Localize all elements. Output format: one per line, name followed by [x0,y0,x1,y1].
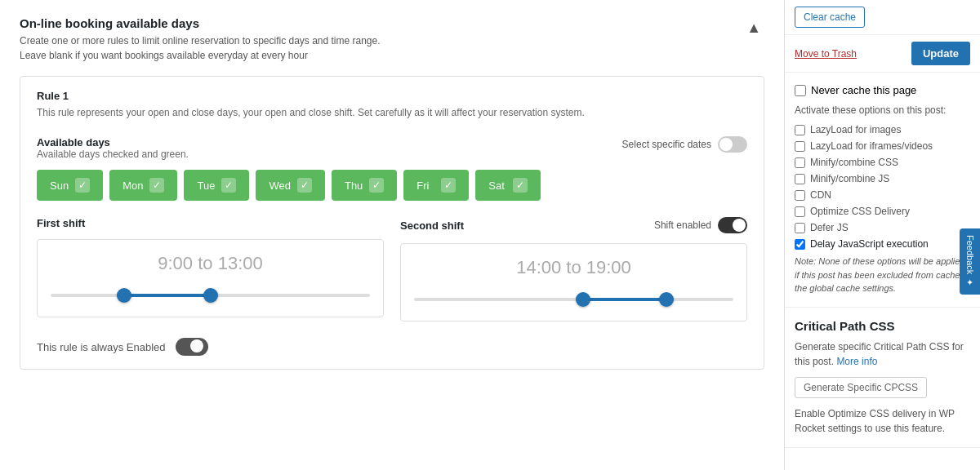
rule-always-enabled-label: This rule is always Enabled [37,341,166,353]
first-shift-box: 9:00 to 13:00 [37,239,384,317]
first-shift-fill [124,294,211,297]
second-shift-slider[interactable] [414,291,733,308]
never-cache-label: Never cache this page [811,84,916,96]
option-checkbox[interactable] [795,157,805,168]
day-checkmark: ✓ [513,178,528,193]
second-shift-track [414,298,733,301]
specific-dates-slider [718,136,747,153]
option-label: Minify/combine CSS [810,157,898,168]
option-label: LazyLoad for iframes/videos [810,140,933,152]
optimize-note: Enable Optimize CSS delivery in WP Rocke… [795,406,970,436]
sidebar-top-row: Clear cache [785,0,980,35]
second-shift-header: Second shift Shift enabled [400,217,747,233]
day-label: Sat [488,180,505,192]
section-desc-line1: Create one or more rules to limit online… [20,33,381,48]
critical-path-title: Critical Path CSS [795,319,970,333]
second-shift-label: Second shift [400,219,464,232]
sidebar-trash-update-row: Move to Trash Update [785,35,980,73]
option-checkbox[interactable] [795,223,805,233]
first-shift-slider[interactable] [51,287,370,304]
option-checkbox[interactable] [795,190,805,201]
day-button-fri[interactable]: Fri✓ [403,170,469,201]
day-checkmark: ✓ [221,178,236,193]
rule-enabled-slider [176,338,208,356]
available-days-sublabel: Available days checked and green. [37,149,189,160]
first-shift-header: First shift [37,217,384,229]
first-shift-thumb-left[interactable] [117,288,131,303]
first-shift-label: First shift [37,217,85,229]
critical-path-desc-text: Generate specific Critical Path CSS for … [795,341,964,367]
day-button-sat[interactable]: Sat✓ [475,170,541,201]
available-days-label: Available days [37,136,189,149]
section-desc-line2: Leave blank if you want bookings availab… [20,48,381,63]
day-checkmark: ✓ [75,178,90,193]
rule-enabled-toggle[interactable] [176,338,208,356]
day-checkmark: ✓ [369,178,384,193]
main-content: On-line booking available days Create on… [0,0,784,470]
option-label: Defer JS [810,222,849,233]
rule-title: Rule 1 [37,90,747,102]
option-checkbox[interactable] [795,141,805,152]
option-checkbox[interactable] [795,174,805,184]
rule-description: This rule represents your open and close… [37,105,747,120]
option-row: LazyLoad for iframes/videos [795,140,970,152]
second-shift-thumb-right[interactable] [659,292,674,307]
day-button-tue[interactable]: Tue✓ [184,170,249,201]
delay-js-row: Delay JavaScript execution [795,238,970,250]
cache-note: Note: None of these options will be appl… [795,255,970,295]
more-info-link[interactable]: More info [836,356,877,367]
option-row: Minify/combine JS [795,173,970,184]
day-button-wed[interactable]: Wed✓ [256,170,325,201]
available-days-header: Available days Available days checked an… [37,136,747,160]
cache-section: Never cache this page Activate these opt… [785,73,980,308]
shift-enabled-toggle[interactable] [718,217,747,233]
options-list: LazyLoad for imagesLazyLoad for iframes/… [795,124,970,233]
day-label: Sun [50,180,69,192]
day-label: Tue [197,180,215,192]
generate-cpcss-button[interactable]: Generate Specific CPCSS [795,377,927,398]
feedback-tab[interactable]: Feedback ✦ [960,228,980,295]
day-checkmark: ✓ [441,178,456,193]
day-checkmark: ✓ [297,178,312,193]
never-cache-checkbox[interactable] [795,85,806,96]
second-shift-time: 14:00 to 19:00 [414,257,733,278]
day-button-thu[interactable]: Thu✓ [332,170,397,201]
first-shift-thumb-right[interactable] [203,288,218,303]
day-button-sun[interactable]: Sun✓ [37,170,103,201]
critical-path-section: Critical Path CSS Generate specific Crit… [785,308,980,448]
second-shift-thumb-left[interactable] [576,292,590,307]
feedback-icon: ✦ [964,277,975,288]
never-cache-row: Never cache this page [795,84,970,96]
delay-js-checkbox[interactable] [795,239,805,250]
option-row: LazyLoad for images [795,124,970,135]
day-label: Fri [416,180,429,192]
first-shift-section: First shift 9:00 to 13:00 [37,217,384,321]
second-shift-box: 14:00 to 19:00 [400,243,747,321]
move-to-trash-button[interactable]: Move to Trash [795,48,857,60]
option-checkbox[interactable] [795,125,805,135]
activate-options-label: Activate these options on this post: [795,104,970,116]
shift-enabled-group: Shift enabled [654,217,747,233]
clear-cache-button[interactable]: Clear cache [795,7,865,28]
option-label: LazyLoad for images [810,124,901,135]
section-header: On-line booking available days Create on… [20,16,764,63]
days-row: Sun✓Mon✓Tue✓Wed✓Thu✓Fri✓Sat✓ [37,170,747,201]
day-button-mon[interactable]: Mon✓ [109,170,177,201]
available-days-label-group: Available days Available days checked an… [37,136,189,160]
update-button[interactable]: Update [911,42,970,65]
day-label: Mon [122,180,143,192]
specific-dates-group: Select specific dates [622,136,747,153]
shift-enabled-slider [718,217,747,233]
specific-dates-toggle[interactable] [718,136,747,153]
option-label: Minify/combine JS [810,173,889,184]
first-shift-time: 9:00 to 13:00 [51,253,370,274]
shifts-row: First shift 9:00 to 13:00 Second shift [37,217,747,321]
rule-box: Rule 1 This rule represents your open an… [20,76,764,370]
option-row: CDN [795,189,970,201]
specific-dates-label: Select specific dates [622,139,711,150]
collapse-button[interactable]: ▲ [743,16,764,40]
option-row: Defer JS [795,222,970,233]
option-checkbox[interactable] [795,206,805,217]
delay-js-label: Delay JavaScript execution [810,238,929,250]
option-label: Optimize CSS Delivery [810,206,910,217]
